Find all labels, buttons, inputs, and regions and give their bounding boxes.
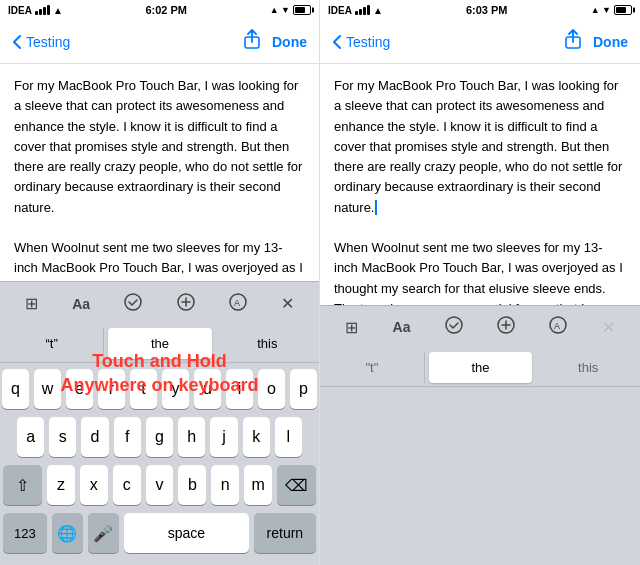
- key-y[interactable]: y: [162, 369, 189, 409]
- emoji-key[interactable]: 🌐: [52, 513, 83, 553]
- wifi-icon-right: ▲: [373, 5, 383, 16]
- suggestion-r2[interactable]: the: [429, 352, 533, 383]
- key-j[interactable]: j: [210, 417, 237, 457]
- suggestion-1[interactable]: “t”: [0, 328, 104, 359]
- battery-icon-right: [614, 5, 632, 15]
- key-w[interactable]: w: [34, 369, 61, 409]
- check-icon-left[interactable]: [118, 287, 148, 321]
- done-button-right[interactable]: Done: [593, 34, 628, 50]
- nav-actions-left: Done: [244, 29, 307, 54]
- key-d[interactable]: d: [81, 417, 108, 457]
- battery-area-left: ▲ ▼: [270, 5, 311, 15]
- key-f[interactable]: f: [114, 417, 141, 457]
- key-row-4: 123 🌐 🎤 space return: [3, 513, 316, 553]
- shift-key[interactable]: ⇧: [3, 465, 42, 505]
- blank-keyboard-area: [320, 387, 640, 566]
- suggestion-3[interactable]: this: [216, 328, 319, 359]
- back-label-left: Testing: [26, 34, 70, 50]
- mic-key[interactable]: 🎤: [88, 513, 119, 553]
- time-right: 6:03 PM: [466, 4, 508, 16]
- key-l[interactable]: l: [275, 417, 302, 457]
- back-button-left[interactable]: Testing: [12, 34, 70, 50]
- key-m[interactable]: m: [244, 465, 272, 505]
- keyboard-rows-left: q w e r t y u i o p a s d f g h j k l: [0, 363, 319, 565]
- time-left: 6:02 PM: [145, 4, 187, 16]
- content-area-left[interactable]: For my MacBook Pro Touch Bar, I was look…: [0, 64, 319, 281]
- suggestions-bar-right: "t" the this: [320, 349, 640, 387]
- status-bar-left: IDEA ▲ 6:02 PM ▲ ▼: [0, 0, 319, 20]
- key-row-1: q w e r t y u i o p: [3, 369, 316, 409]
- content-text-left: For my MacBook Pro Touch Bar, I was look…: [14, 78, 306, 281]
- key-row-2: a s d f g h j k l: [3, 417, 316, 457]
- grid-icon-left[interactable]: ⊞: [19, 288, 44, 319]
- key-k[interactable]: k: [243, 417, 270, 457]
- plus-icon-right[interactable]: [491, 310, 521, 344]
- done-button-left[interactable]: Done: [272, 34, 307, 50]
- suggestion-2[interactable]: the: [108, 328, 211, 359]
- nav-bar-right: Testing Done: [320, 20, 640, 64]
- svg-text:A: A: [554, 321, 560, 331]
- key-c[interactable]: c: [113, 465, 141, 505]
- key-i[interactable]: i: [226, 369, 253, 409]
- share-button-right[interactable]: [565, 29, 581, 54]
- key-h[interactable]: h: [178, 417, 205, 457]
- left-phone-panel: IDEA ▲ 6:02 PM ▲ ▼ Testing: [0, 0, 320, 565]
- key-z[interactable]: z: [47, 465, 75, 505]
- format-icon-left[interactable]: A: [223, 287, 253, 321]
- text-cursor: [375, 200, 377, 215]
- key-v[interactable]: v: [146, 465, 174, 505]
- close-icon-right[interactable]: ✕: [596, 312, 621, 343]
- key-row-3: ⇧ z x c v b n m ⌫: [3, 465, 316, 505]
- svg-point-6: [446, 317, 462, 333]
- key-a[interactable]: a: [17, 417, 44, 457]
- delete-key[interactable]: ⌫: [277, 465, 316, 505]
- nav-actions-right: Done: [565, 29, 628, 54]
- key-r[interactable]: r: [98, 369, 125, 409]
- key-t[interactable]: t: [130, 369, 157, 409]
- key-n[interactable]: n: [211, 465, 239, 505]
- font-icon-right[interactable]: Aa: [387, 313, 417, 341]
- editor-toolbar-left: ⊞ Aa A ✕: [0, 281, 319, 325]
- back-label-right: Testing: [346, 34, 390, 50]
- key-g[interactable]: g: [146, 417, 173, 457]
- battery-area-right: ▲ ▼: [591, 5, 632, 15]
- space-key[interactable]: space: [124, 513, 249, 553]
- suggestion-r3[interactable]: this: [536, 352, 640, 383]
- key-e[interactable]: e: [66, 369, 93, 409]
- wifi-icon-left: ▲: [53, 5, 63, 16]
- check-icon-right[interactable]: [439, 310, 469, 344]
- key-p[interactable]: p: [290, 369, 317, 409]
- key-u[interactable]: u: [194, 369, 221, 409]
- content-text-right: For my MacBook Pro Touch Bar, I was look…: [334, 78, 626, 305]
- num-key[interactable]: 123: [3, 513, 47, 553]
- carrier-right: IDEA: [328, 5, 352, 16]
- editor-toolbar-right: ⊞ Aa A ✕: [320, 305, 640, 349]
- font-icon-left[interactable]: Aa: [66, 290, 96, 318]
- key-q[interactable]: q: [2, 369, 29, 409]
- suggestion-r1[interactable]: "t": [320, 352, 425, 383]
- carrier-left: IDEA: [8, 5, 32, 16]
- battery-icon-left: [293, 5, 311, 15]
- svg-point-1: [125, 294, 141, 310]
- share-button-left[interactable]: [244, 29, 260, 54]
- grid-icon-right[interactable]: ⊞: [339, 312, 364, 343]
- content-area-right[interactable]: For my MacBook Pro Touch Bar, I was look…: [320, 64, 640, 305]
- key-x[interactable]: x: [80, 465, 108, 505]
- right-phone-panel: IDEA ▲ 6:03 PM ▲ ▼ Testing: [320, 0, 640, 565]
- status-bar-right: IDEA ▲ 6:03 PM ▲ ▼: [320, 0, 640, 20]
- nav-bar-left: Testing Done: [0, 20, 319, 64]
- key-o[interactable]: o: [258, 369, 285, 409]
- signal-icon-left: [35, 5, 50, 15]
- back-button-right[interactable]: Testing: [332, 34, 390, 50]
- svg-text:A: A: [234, 298, 240, 308]
- key-s[interactable]: s: [49, 417, 76, 457]
- signal-icon-right: [355, 5, 370, 15]
- keyboard-left: “t” the this q w e r t y u i o p a s d: [0, 325, 319, 565]
- key-b[interactable]: b: [178, 465, 206, 505]
- suggestions-bar-left: “t” the this: [0, 325, 319, 363]
- plus-icon-left[interactable]: [171, 287, 201, 321]
- keyboard-area-right: "t" the this: [320, 349, 640, 566]
- format-icon-right[interactable]: A: [543, 310, 573, 344]
- return-key[interactable]: return: [254, 513, 316, 553]
- close-icon-left[interactable]: ✕: [275, 288, 300, 319]
